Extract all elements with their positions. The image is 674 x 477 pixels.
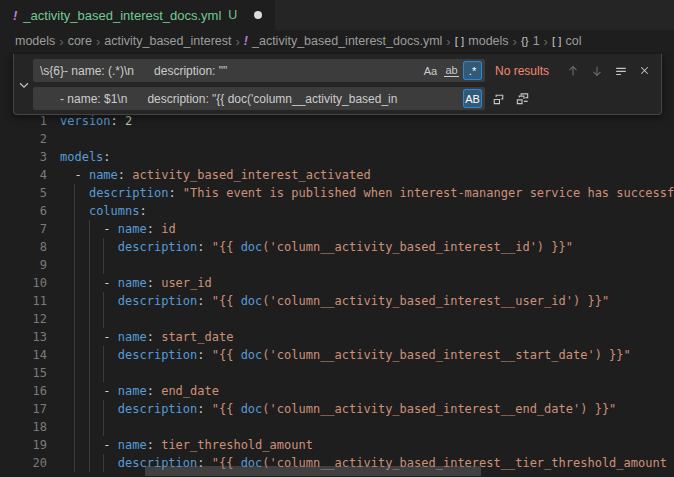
symbol-object-icon: {} [521,35,529,47]
line-number[interactable]: 17 [0,400,47,418]
code-line[interactable]: 17 description: "{{ doc('column__activit… [0,400,674,418]
line-number[interactable]: 11 [0,292,47,310]
selection-lines-icon [614,64,628,78]
symbol-array-icon: [ ] [455,35,465,47]
breadcrumb-item[interactable]: [ ]col [552,34,582,48]
code-line[interactable]: 6 columns: [0,202,674,220]
code-line[interactable]: 5 description: "This event is published … [0,184,674,202]
code-line[interactable]: 13 - name: start_date [0,328,674,346]
line-number[interactable]: 13 [0,328,47,346]
code-line[interactable]: 18 [0,418,674,436]
replace-input[interactable]: - name: $1\n description: "{{ doc('colum… [33,87,485,110]
toggle-replace-button[interactable] [14,59,33,110]
line-number[interactable]: 18 [0,418,47,436]
breadcrumb-separator: › [59,34,63,49]
indent-guide [89,238,90,256]
preserve-case-toggle[interactable]: AB [463,89,482,108]
vscode-window: ! _activity_based_interest_docs.yml U mo… [0,0,674,477]
code-area[interactable]: 1version: 223models:4 - name: activity_b… [0,112,674,472]
line-number[interactable]: 10 [0,274,47,292]
unsaved-dot-icon[interactable] [254,11,262,19]
code-line[interactable]: 4 - name: activity_based_interest_activa… [0,166,674,184]
code-line[interactable]: 9 [0,256,674,274]
line-number[interactable]: 12 [0,310,47,328]
breadcrumb-label: models [468,34,508,48]
code-line[interactable]: 3models: [0,148,674,166]
indent-guide [89,454,90,472]
line-number[interactable]: 2 [0,130,47,148]
indent-guide [74,436,75,454]
line-content: description: "{{ doc('column__activity_b… [47,238,674,256]
code-line[interactable]: 19 - name: tier_threshold_amount [0,436,674,454]
replace-icon [491,91,506,106]
replace-all-icon [515,91,530,106]
code-line[interactable]: 11 description: "{{ doc('column__activit… [0,292,674,310]
whole-word-toggle[interactable]: ab [442,61,461,80]
horizontal-scrollbar[interactable] [145,466,481,476]
line-number[interactable]: 3 [0,148,47,166]
line-number[interactable]: 6 [0,202,47,220]
breadcrumb-label: col [566,34,582,48]
line-number[interactable]: 16 [0,382,47,400]
indent-guide [74,184,75,202]
code-line[interactable]: 15 [0,364,674,382]
code-line[interactable]: 16 - name: end_date [0,382,674,400]
code-line[interactable]: 8 description: "{{ doc('column__activity… [0,238,674,256]
line-number[interactable]: 19 [0,436,47,454]
line-number[interactable]: 15 [0,364,47,382]
breadcrumb-item[interactable]: {}1 [521,34,540,48]
line-content [47,130,674,148]
indent-guide [89,382,90,400]
code-line[interactable]: 14 description: "{{ doc('column__activit… [0,346,674,364]
indent-guide [89,400,90,418]
indent-guide [74,454,75,472]
indent-guide [89,274,90,292]
line-content: description: "{{ doc('column__activity_b… [47,346,674,364]
breadcrumb-item[interactable]: core [68,34,92,48]
code-line[interactable]: 2 [0,130,674,148]
indent-guide [103,292,104,310]
close-find-button[interactable] [634,60,655,81]
editor-area[interactable]: \s{6}- name: (.*)\n description: "" Aa a… [0,52,674,477]
tab-active-file[interactable]: ! _activity_based_interest_docs.yml U [0,0,275,30]
indent-guide [74,346,75,364]
line-content: - name: user_id [47,274,674,292]
close-icon [638,64,651,77]
indent-guide [103,346,104,364]
find-in-selection-button[interactable] [610,60,631,81]
replace-button[interactable] [488,88,509,109]
breadcrumb-item[interactable]: activity_based_interest [104,34,231,48]
line-number[interactable]: 7 [0,220,47,238]
previous-match-button[interactable] [562,60,583,81]
find-replace-widget: \s{6}- name: (.*)\n description: "" Aa a… [13,54,662,115]
replace-input-value: - name: $1\n description: "{{ doc('colum… [40,92,461,106]
line-number[interactable]: 5 [0,184,47,202]
tab-title: _activity_based_interest_docs.yml [23,8,221,23]
line-number[interactable]: 14 [0,346,47,364]
breadcrumb-separator: › [96,34,100,49]
line-number[interactable]: 20 [0,454,47,472]
regex-toggle[interactable]: .* [463,61,482,80]
code-line[interactable]: 10 - name: user_id [0,274,674,292]
code-line[interactable]: 12 [0,310,674,328]
line-number[interactable]: 8 [0,238,47,256]
line-number[interactable]: 9 [0,256,47,274]
next-match-button[interactable] [586,60,607,81]
breadcrumb-item[interactable]: [ ]models [455,34,509,48]
indent-guide [89,418,90,436]
indent-guide [103,454,104,472]
code-line[interactable]: 7 - name: id [0,220,674,238]
line-content: - name: tier_threshold_amount [47,436,674,454]
match-case-toggle[interactable]: Aa [421,61,440,80]
replace-all-button[interactable] [512,88,533,109]
breadcrumb-item[interactable]: !_activity_based_interest_docs.yml [244,34,443,48]
indent-guide [89,364,90,382]
tab-bar: ! _activity_based_interest_docs.yml U [0,0,674,30]
indent-guide [74,364,75,382]
indent-guide [74,292,75,310]
breadcrumb-item[interactable]: models [15,34,55,48]
line-number[interactable]: 4 [0,166,47,184]
indent-guide [103,400,104,418]
indent-guide [74,382,75,400]
find-input[interactable]: \s{6}- name: (.*)\n description: "" Aa a… [33,59,485,82]
